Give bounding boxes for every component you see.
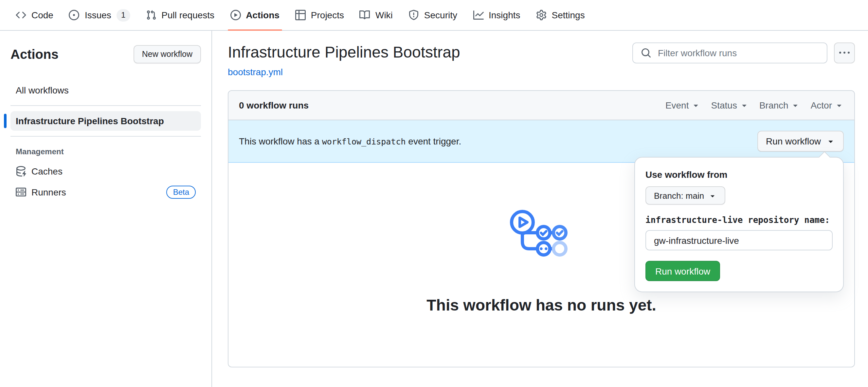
kebab-horizontal-icon (839, 48, 850, 58)
issues-count-badge: 1 (117, 9, 130, 21)
graph-icon (473, 10, 484, 20)
run-workflow-submit-button[interactable]: Run workflow (645, 261, 720, 281)
chevron-down-icon (691, 101, 701, 110)
workflow-graph-icon (507, 209, 576, 269)
event-filter-dropdown[interactable]: Event (665, 100, 701, 110)
tab-label: Pull requests (161, 10, 214, 20)
runs-filters: Event Status Branch Actor (665, 100, 844, 110)
chevron-down-icon (826, 137, 835, 146)
sidebar-item-caches[interactable]: Caches (10, 162, 201, 181)
tab-projects[interactable]: Projects (290, 0, 349, 30)
workflow-file-link[interactable]: bootstrap.yml (228, 67, 283, 77)
issue-opened-icon (69, 10, 80, 20)
cache-icon (16, 166, 26, 176)
workflow-dispatch-code: workflow_dispatch (322, 137, 406, 146)
shield-icon (408, 10, 419, 20)
tab-label: Security (424, 10, 457, 20)
filter-workflow-runs-box[interactable] (632, 42, 828, 63)
main-content: Infrastructure Pipelines Bootstrap boots… (212, 31, 868, 387)
divider (10, 136, 201, 137)
beta-badge: Beta (166, 186, 196, 199)
tab-insights[interactable]: Insights (468, 0, 526, 30)
banner-message: This workflow has a workflow_dispatch ev… (239, 136, 461, 146)
sidebar-item-selected-workflow[interactable]: Infrastructure Pipelines Bootstrap (10, 111, 201, 131)
repository-name-input-label: infrastructure-live repository name: (645, 215, 833, 225)
runs-panel-header: 0 workflow runs Event Status Branch (228, 91, 854, 120)
search-icon (641, 48, 651, 58)
run-workflow-dropdown-button[interactable]: Run workflow (757, 131, 844, 152)
workflow-runs-panel: 0 workflow runs Event Status Branch (228, 90, 855, 367)
repository-name-input[interactable] (645, 230, 833, 250)
tab-label: Insights (489, 10, 520, 20)
branch-filter-dropdown[interactable]: Branch (760, 100, 800, 110)
new-workflow-button[interactable]: New workflow (133, 45, 201, 63)
tab-pull-requests[interactable]: Pull requests (141, 0, 220, 30)
actor-filter-dropdown[interactable]: Actor (811, 100, 844, 110)
sidebar-item-label: Caches (31, 166, 63, 176)
popover-arrow (818, 151, 831, 164)
chevron-down-icon (835, 101, 844, 110)
tab-label: Issues (85, 10, 111, 20)
tab-code[interactable]: Code (10, 0, 59, 30)
sidebar-item-all-workflows[interactable]: All workflows (10, 80, 201, 100)
filter-workflow-runs-input[interactable] (657, 47, 819, 59)
sidebar-title: Actions (10, 47, 59, 62)
chevron-down-icon (708, 191, 716, 200)
tab-wiki[interactable]: Wiki (354, 0, 398, 30)
play-icon (230, 10, 241, 20)
repo-navigation: Code Issues 1 Pull requests Actions Proj… (0, 0, 868, 31)
code-icon (16, 10, 26, 20)
tab-security[interactable]: Security (403, 0, 463, 30)
status-filter-dropdown[interactable]: Status (711, 100, 749, 110)
chevron-down-icon (791, 101, 800, 110)
workflow-more-options-button[interactable] (834, 42, 855, 63)
github-actions-page: Code Issues 1 Pull requests Actions Proj… (0, 0, 868, 387)
management-section-header: Management (10, 142, 201, 162)
tab-label: Settings (552, 10, 585, 20)
tab-label: Code (31, 10, 53, 20)
tab-label: Wiki (375, 10, 393, 20)
sidebar-item-label: All workflows (16, 85, 69, 96)
tab-actions[interactable]: Actions (225, 0, 285, 30)
sidebar-item-label: Runners (31, 187, 66, 198)
sidebar-item-runners[interactable]: Runners Beta (10, 181, 201, 203)
chevron-down-icon (740, 101, 749, 110)
tab-issues[interactable]: Issues 1 (64, 0, 135, 30)
run-workflow-popover: Use workflow from Branch: main infrastru… (634, 157, 844, 292)
workflow-title: Infrastructure Pipelines Bootstrap (228, 42, 460, 62)
tab-label: Actions (246, 10, 280, 20)
workflow-runs-count: 0 workflow runs (239, 100, 309, 110)
tab-label: Projects (311, 10, 344, 20)
table-icon (295, 10, 306, 20)
gear-icon (536, 10, 547, 20)
empty-state-title: This workflow has no runs yet. (427, 296, 656, 314)
branch-selector-button[interactable]: Branch: main (645, 186, 725, 205)
use-workflow-from-label: Use workflow from (645, 169, 833, 180)
tab-settings[interactable]: Settings (531, 0, 590, 30)
pull-request-icon (146, 10, 156, 20)
sidebar-item-label: Infrastructure Pipelines Bootstrap (16, 116, 164, 126)
workflow-dispatch-banner: This workflow has a workflow_dispatch ev… (228, 120, 854, 163)
divider (10, 105, 201, 106)
book-icon (360, 10, 370, 20)
server-icon (16, 187, 26, 198)
actions-sidebar: Actions New workflow All workflows Infra… (0, 31, 212, 387)
